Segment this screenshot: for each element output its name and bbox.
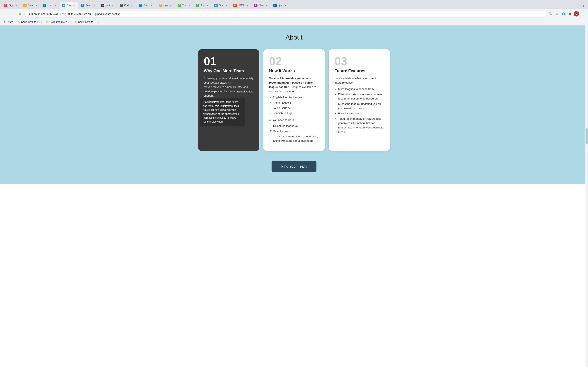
tab-close-email[interactable]: ✕ [35, 4, 38, 7]
page-title: About [4, 34, 584, 41]
step-item: Select the league(s) [273, 124, 319, 128]
league-item: Spanish La Liga [273, 111, 319, 115]
address-bar-row: ← → ↻ 🔍 ☆ G ⋮ [0, 9, 588, 19]
more-options-icon[interactable]: ⋮ [580, 11, 586, 17]
league-item: English Premier League [273, 95, 319, 100]
card2-steps-intro: All you need to do is: [269, 118, 319, 122]
bookmarks-bar: ⊞Apps📁Code Institute 1 -...📁Code Institu… [0, 19, 588, 25]
bookmark-star-icon[interactable]: ☆ [554, 11, 560, 17]
tab-close-oner1[interactable]: ✕ [169, 4, 173, 7]
svg-point-1 [563, 13, 564, 15]
tab-one[interactable]: ◉ One ✕ [60, 2, 78, 9]
card1-number: 01 [204, 55, 254, 67]
tab-close-ljun2[interactable]: ✕ [284, 4, 287, 7]
tab-read[interactable]: R Reac ✕ [79, 2, 98, 9]
new-tab-button[interactable]: + [581, 3, 586, 9]
tab-close-try2[interactable]: ✕ [206, 4, 209, 7]
scrollbar[interactable] [585, 25, 588, 184]
card2-body: Version 1.0 provides you a team recommen… [269, 76, 319, 143]
feature-item: More leagues to choose from [338, 87, 384, 91]
card3-body: Here's a taste of what is to come in fut… [334, 76, 384, 134]
tab-bar: S Sign ✕ ✉ Emai ✕ L Ljun ✕ ◉ One ✕ R Rea… [0, 0, 588, 9]
page-content: About 01 Why One More Team Following you… [0, 25, 588, 184]
reload-button[interactable]: ↻ [17, 11, 23, 17]
feature-item: Filter which stats you want your team re… [338, 92, 384, 101]
search-icon[interactable]: 🔍 [548, 11, 553, 17]
tab-close-html[interactable]: ✕ [246, 4, 249, 7]
card1-body: Following your team doesn't quite satisf… [204, 76, 254, 98]
bookmark-ci2[interactable]: 📁Code Institute 2 -... [44, 20, 72, 24]
card2-steps-list: Select the league(s)Select a teamTeam re… [269, 124, 319, 143]
cards-container: 01 Why One More Team Following your team… [182, 49, 406, 151]
step-item: Select a team [273, 129, 319, 133]
profile-icon[interactable] [567, 11, 573, 17]
bookmark-ci1[interactable]: 📁Code Institute 1 -... [16, 20, 43, 24]
card2-number: 02 [269, 55, 319, 67]
tab-close-ljun1[interactable]: ✕ [53, 4, 57, 7]
card2-leagues-list: English Premier LeagueFrench Ligue 1Ital… [269, 95, 319, 115]
find-your-team-button[interactable]: Find Your Team [272, 161, 316, 172]
card-why-one-more-team: 01 Why One More Team Following your team… [198, 49, 259, 151]
tab-try1[interactable]: T Tryi ✕ [175, 2, 193, 9]
card1-title: Why One More Team [204, 68, 254, 73]
tab-close-one[interactable]: ✕ [72, 4, 76, 7]
tab-close-one2[interactable]: ✕ [225, 4, 228, 7]
card-how-it-works: 02 How It Works Version 1.0 provides you… [263, 49, 325, 151]
tab-ljun2[interactable]: L Ljun ✕ [271, 2, 290, 9]
tab-email[interactable]: ✉ Emai ✕ [21, 2, 40, 9]
card3-intro: Here's a taste of what is to come in fut… [334, 76, 384, 85]
card2-title: How It Works [269, 68, 319, 73]
tab-html[interactable]: H HTML ✕ [231, 2, 251, 9]
card-future-features: 03 Future Features Here's a taste of wha… [329, 49, 390, 151]
tab-close-try1[interactable]: ✕ [187, 4, 191, 7]
tab-one2[interactable]: ◉ One ✕ [212, 2, 231, 9]
feature-item: Filter for time range [338, 111, 384, 116]
tab-grad[interactable]: G Grac ✕ [137, 2, 156, 9]
tab-try2[interactable]: T Tryi ✕ [194, 2, 212, 9]
bookmark-apps[interactable]: ⊞Apps [2, 20, 15, 24]
tab-close-grad[interactable]: ✕ [150, 4, 153, 7]
league-item: French Ligue 1 [273, 100, 319, 105]
tab-ljun1[interactable]: L Ljun ✕ [41, 2, 59, 9]
card3-number: 03 [334, 55, 384, 67]
tab-blac[interactable]: B Blac ✕ [252, 2, 270, 9]
forward-button[interactable]: → [10, 11, 16, 17]
feature-item: Team recommendation feature also generat… [338, 117, 384, 134]
tab-oner1[interactable]: O oner ✕ [156, 2, 175, 9]
card3-features-list: More leagues to choose fromFilter which … [334, 87, 384, 134]
chrome-extension-icon[interactable] [561, 11, 566, 17]
tab-close-blac[interactable]: ✕ [265, 4, 268, 7]
tooltip-box: Traditionally football fans follow one t… [200, 98, 245, 126]
tab-close-read[interactable]: ✕ [93, 4, 96, 7]
address-input[interactable] [25, 11, 546, 17]
card1-body-line1: Following your team doesn't quite satisf… [204, 77, 253, 84]
feature-item: Subscribe feature, updating you on your … [338, 102, 384, 110]
address-bar-icons: 🔍 ☆ G ⋮ [548, 11, 586, 17]
card3-title: Future Features [334, 68, 384, 73]
user-avatar[interactable]: G [574, 11, 579, 17]
tab-close-code1[interactable]: ✕ [130, 4, 134, 7]
tab-picfl[interactable]: 🐙 picfi ✕ [99, 2, 117, 9]
tab-code1[interactable]: C Codi ✕ [117, 2, 136, 9]
league-item: Italian Serie A [273, 106, 319, 110]
step-item: Team recommendation is generated, along … [273, 134, 319, 143]
browser-chrome: S Sign ✕ ✉ Emai ✕ L Ljun ✕ ◉ One ✕ R Rea… [0, 0, 588, 25]
scrollbar-thumb [586, 128, 588, 144]
tooltip-text: Traditionally football fans follow one t… [203, 100, 239, 123]
back-button[interactable]: ← [2, 11, 8, 17]
tab-close-picfl[interactable]: ✕ [111, 4, 114, 7]
bookmark-ci3[interactable]: 📁Code Institute 3 -... [73, 20, 100, 24]
tab-sign[interactable]: S Sign ✕ [2, 2, 20, 9]
tab-close-sign[interactable]: ✕ [15, 4, 18, 7]
